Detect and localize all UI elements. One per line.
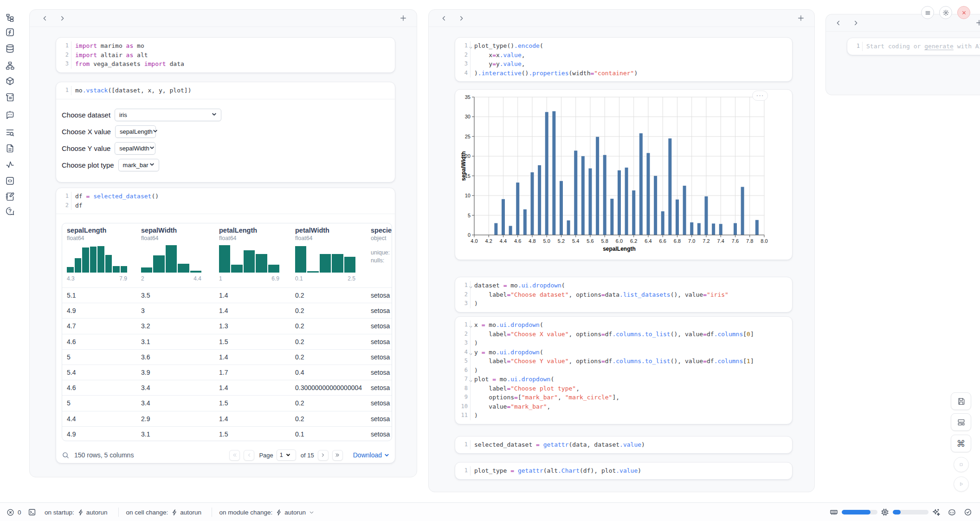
layout-icon	[957, 418, 966, 427]
keyboard-shortcuts-button[interactable]: ⌘	[951, 435, 971, 452]
sidebar-database-button[interactable]	[4, 43, 15, 54]
page-select[interactable]: 1	[277, 449, 296, 461]
collapse-right-icon[interactable]	[58, 14, 66, 22]
error-count[interactable]: 0	[6, 503, 21, 521]
cell-dataset-dropdown[interactable]: 1dataset = mo.ui.dropdown(2 label="Choos…	[455, 277, 793, 313]
table-row[interactable]: 5.43.91.70.4setosa	[62, 365, 392, 380]
cell-plot-expression-code[interactable]: 1plot_type().encode(2 x=x.value,3 y=y.va…	[455, 38, 792, 81]
table-row[interactable]: 4.93.11.50.1setosa	[62, 426, 392, 441]
menu-button[interactable]	[921, 6, 934, 19]
code-line: 1import marimo as mo	[56, 41, 395, 51]
sidebar-search-list-button[interactable]	[4, 127, 15, 138]
gutter-separator	[468, 281, 474, 290]
table-cell: 0.2	[295, 292, 304, 299]
add-cell-button[interactable]	[797, 14, 805, 22]
table-row[interactable]: 5.13.51.40.2setosa	[62, 287, 392, 303]
shutdown-button[interactable]	[957, 6, 970, 19]
table-row[interactable]: 4.931.40.2setosa	[62, 303, 392, 318]
ai-assistant-button[interactable]	[932, 503, 941, 521]
ai-cell-code[interactable]: 1Start coding or generate with AI.	[847, 38, 980, 55]
layout-button[interactable]	[951, 413, 971, 431]
table-row[interactable]: 53.61.40.2setosa	[62, 349, 392, 365]
sidebar-activity-button[interactable]	[4, 159, 15, 170]
first-page-button[interactable]	[229, 450, 240, 461]
code-line: 8 label="Choose plot type",	[455, 384, 792, 393]
chart-menu-button[interactable]: ···	[752, 91, 768, 101]
cell-plot-type-code[interactable]: 1plot_type = getattr(alt.Chart(df), plot…	[455, 462, 792, 479]
table-row[interactable]: 4.63.11.50.2setosa	[62, 334, 392, 349]
cell-chart-output[interactable]: 4.04.24.44.64.85.05.25.45.65.86.06.26.46…	[455, 89, 793, 260]
sidebar-file-tree-button[interactable]	[4, 12, 15, 23]
gutter-separator	[69, 201, 75, 210]
bar-chart[interactable]: 4.04.24.44.64.85.05.25.45.65.86.06.26.46…	[461, 91, 793, 258]
last-page-button[interactable]	[332, 450, 343, 461]
cell-vstack[interactable]: 1mo.vstack([dataset, x, y, plot])Choose …	[56, 82, 395, 182]
column-min-max: 0.12.5	[295, 275, 355, 282]
sidebar-help-button[interactable]	[4, 205, 15, 216]
collapse-left-icon[interactable]	[440, 14, 448, 22]
collapse-right-icon[interactable]	[458, 14, 465, 22]
sidebar-hierarchy-button[interactable]	[4, 60, 15, 71]
status-on-cell-change[interactable]: on cell change:autorun	[126, 503, 201, 521]
table-row[interactable]: 53.41.50.2setosa	[62, 395, 392, 410]
dropdown-select-choose-y-value[interactable]: sepalWidth	[115, 142, 155, 155]
sidebar-code-snippet-button[interactable]	[4, 175, 15, 186]
table-row[interactable]: 4.63.41.40.30000000000000004setosa	[62, 380, 392, 395]
sidebar-document-button[interactable]	[4, 143, 15, 154]
terminal-button[interactable]	[28, 503, 36, 521]
status-on-startup[interactable]: on startup:autorun	[45, 503, 108, 521]
cell-plot-expression[interactable]: 1plot_type().encode(2 x=x.value,3 y=y.va…	[455, 37, 793, 82]
cell-dataframe-code[interactable]: 1df = selected_dataset()2df	[56, 188, 395, 214]
sidebar-script-button[interactable]	[4, 91, 15, 103]
stop-button[interactable]	[954, 457, 969, 472]
code-line: 1df = selected_dataset()	[56, 192, 395, 201]
settings-button[interactable]	[939, 6, 952, 19]
table-row[interactable]: 4.42.91.40.2setosa	[62, 411, 392, 426]
copilot-button[interactable]	[948, 503, 956, 521]
cell-xy-plot-dropdowns[interactable]: 1x = mo.ui.dropdown(2 label="Choose X va…	[455, 316, 793, 424]
cell-dataset-dropdown-code[interactable]: 1dataset = mo.ui.dropdown(2 label="Choos…	[455, 277, 792, 312]
dropdown-select-choose-plot-type[interactable]: mark_bar	[118, 159, 159, 171]
line-number: 8	[455, 384, 468, 393]
cell-plot-type[interactable]: 1plot_type = getattr(alt.Chart(df), plot…	[455, 462, 793, 480]
cell-selected-dataset[interactable]: 1selected_dataset = getattr(data, datase…	[455, 436, 793, 454]
cell-dataframe[interactable]: 1df = selected_dataset()2dfsepalLengthfl…	[56, 188, 395, 463]
cell-imports-code[interactable]: 1import marimo as mo2import altair as al…	[56, 38, 395, 72]
cell-xy-plot-dropdowns-code[interactable]: 1x = mo.ui.dropdown(2 label="Choose X va…	[455, 317, 792, 424]
add-cell-button[interactable]	[399, 14, 407, 22]
sidebar-package-button[interactable]	[4, 75, 15, 86]
search-icon[interactable]	[62, 451, 70, 459]
sidebar-notebook-button[interactable]	[4, 191, 15, 202]
cell-imports[interactable]: 1import marimo as mo2import altair as al…	[56, 37, 395, 73]
run-button[interactable]	[954, 476, 969, 492]
status-check-button[interactable]	[964, 503, 972, 521]
table-row[interactable]: 4.73.21.30.2setosa	[62, 318, 392, 333]
next-page-button[interactable]	[318, 450, 329, 461]
download-button[interactable]: Download	[353, 451, 389, 459]
dropdown-select-choose-x-value[interactable]: sepalLength	[115, 125, 156, 138]
cell-selected-dataset-code[interactable]: 1selected_dataset = getattr(data, datase…	[455, 436, 792, 453]
collapse-left-icon[interactable]	[834, 19, 842, 27]
code-text: )	[474, 411, 478, 420]
prev-page-button[interactable]	[244, 450, 254, 461]
sidebar-chatbot-button[interactable]	[4, 109, 15, 120]
table-cell: 1.4	[219, 307, 228, 314]
cell-ai-new[interactable]: 1Start coding or generate with AI.	[847, 38, 980, 55]
table-scroll-area[interactable]: sepalLengthfloat644.37.9sepalWidthfloat6…	[62, 223, 392, 441]
sidebar-function-button[interactable]	[4, 26, 15, 38]
table-cell: 1.3	[219, 322, 228, 330]
table-cell: 0.1	[295, 430, 304, 438]
save-button[interactable]	[951, 392, 971, 410]
cell-vstack-code[interactable]: 1mo.vstack([dataset, x, y, plot])	[56, 82, 395, 99]
collapse-right-icon[interactable]	[852, 19, 860, 27]
add-cell-button[interactable]	[975, 19, 980, 27]
column-min-max: 4.37.9	[67, 275, 127, 282]
table-cell: 0.4	[295, 369, 304, 376]
status-on-module-change[interactable]: on module change:autorun	[219, 503, 315, 521]
chevron-down-icon	[149, 162, 155, 169]
collapse-left-icon[interactable]	[41, 14, 49, 22]
dropdown-select-choose-dataset[interactable]: iris	[115, 109, 221, 121]
code-text: plot_type().encode(	[474, 41, 543, 51]
code-line: 2 label="Choose X value", options=df.col…	[455, 330, 792, 339]
svg-text:6.6: 6.6	[659, 238, 666, 244]
